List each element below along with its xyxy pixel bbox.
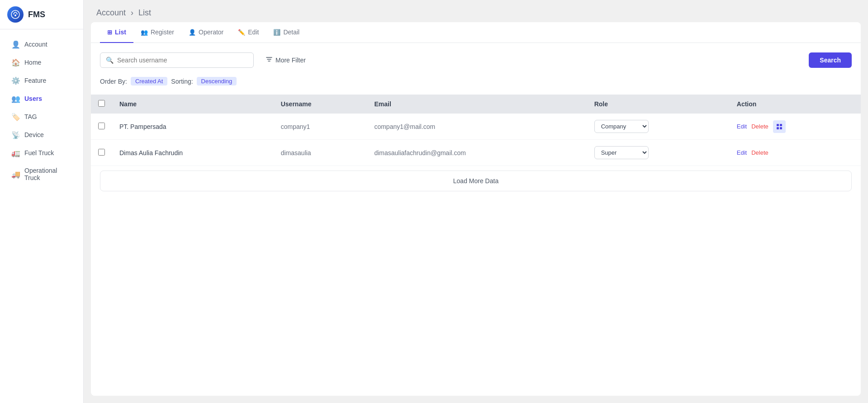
content-card: ⊞ List 👥 Register 👤 Operator ✏️ Edit ℹ️ … — [91, 22, 861, 396]
operator-tab-icon: 👤 — [189, 29, 196, 36]
row1-action: Edit Delete — [730, 114, 861, 140]
tab-register-label: Register — [151, 28, 174, 36]
row2-action-btns: Edit Delete — [737, 149, 854, 156]
tabs-bar: ⊞ List 👥 Register 👤 Operator ✏️ Edit ℹ️ … — [91, 22, 861, 43]
detail-tab-icon: ℹ️ — [273, 29, 280, 36]
sidebar-item-account-label: Account — [24, 41, 47, 48]
row2-role-select[interactable]: Company Super Admin Operator — [594, 146, 649, 159]
more-filter-label: More Filter — [275, 57, 306, 64]
tab-list[interactable]: ⊞ List — [100, 22, 133, 43]
breadcrumb-current: List — [138, 8, 151, 17]
svg-point-1 — [14, 14, 16, 16]
search-button[interactable]: Search — [809, 52, 852, 68]
app-logo[interactable]: FMS — [0, 0, 83, 29]
row1-role: Company Super Admin Operator — [587, 114, 730, 140]
sidebar-item-account[interactable]: 👤 Account — [4, 36, 80, 53]
tab-operator[interactable]: 👤 Operator — [181, 22, 231, 43]
tab-edit-label: Edit — [248, 28, 259, 36]
row2-edit-button[interactable]: Edit — [737, 149, 747, 156]
users-icon: 👥 — [12, 95, 20, 103]
app-name: FMS — [28, 10, 45, 19]
order-by-label: Order By: — [100, 78, 127, 85]
sidebar-item-operational-truck-label: Operational Truck — [24, 167, 71, 181]
table-col-email: Email — [367, 95, 587, 114]
table-col-username: Username — [274, 95, 367, 114]
users-table: Name Username Email Role Action — [91, 95, 861, 166]
sidebar-item-tag-label: TAG — [24, 113, 37, 120]
sidebar-item-device[interactable]: 📡 Device — [4, 126, 80, 143]
order-sorting-row: Order By: Created At Sorting: Descending — [91, 72, 861, 90]
sidebar-item-fuel-truck[interactable]: 🚛 Fuel Truck — [4, 144, 80, 161]
search-icon: 🔍 — [106, 57, 114, 64]
row2-username: dimasaulia — [274, 140, 367, 166]
sorting-value-badge[interactable]: Descending — [197, 77, 237, 85]
search-button-label: Search — [820, 57, 841, 64]
tab-detail-label: Detail — [283, 28, 299, 36]
more-filter-button[interactable]: More Filter — [259, 52, 312, 68]
row1-delete-button[interactable]: Delete — [751, 123, 768, 130]
sidebar: FMS 👤 Account 🏠 Home ⚙️ Feature 👥 Users … — [0, 0, 84, 403]
table-wrapper: Name Username Email Role Action — [91, 90, 861, 171]
svg-rect-2 — [777, 124, 779, 126]
filter-icon — [266, 56, 273, 64]
row1-role-select[interactable]: Company Super Admin Operator — [594, 120, 649, 133]
row2-action: Edit Delete — [730, 140, 861, 166]
breadcrumb-separator: › — [131, 8, 133, 17]
row2-delete-button[interactable]: Delete — [751, 149, 768, 156]
sidebar-item-home[interactable]: 🏠 Home — [4, 54, 80, 71]
sidebar-item-device-label: Device — [24, 131, 44, 138]
fuel-truck-icon: 🚛 — [12, 149, 20, 157]
list-tab-icon: ⊞ — [107, 29, 112, 36]
tag-icon: 🏷️ — [12, 113, 20, 121]
main-content: Account › List ⊞ List 👥 Register 👤 Opera… — [84, 0, 868, 403]
search-input[interactable] — [117, 57, 248, 64]
row1-email: company1@mail.com — [367, 114, 587, 140]
table-col-checkbox — [91, 95, 112, 114]
row1-username: company1 — [274, 114, 367, 140]
sidebar-item-feature-label: Feature — [24, 77, 46, 84]
tab-register[interactable]: 👥 Register — [133, 22, 181, 43]
sidebar-item-users-label: Users — [24, 95, 42, 102]
sidebar-item-tag[interactable]: 🏷️ TAG — [4, 108, 80, 125]
table-body: PT. Pampersada company1 company1@mail.co… — [91, 114, 861, 166]
search-wrapper: 🔍 — [100, 52, 254, 68]
row1-action-btns: Edit Delete — [737, 120, 854, 133]
row2-email: dimasauliafachrudin@gmail.com — [367, 140, 587, 166]
tab-detail[interactable]: ℹ️ Detail — [266, 22, 307, 43]
device-icon: 📡 — [12, 131, 20, 139]
table-row: Dimas Aulia Fachrudin dimasaulia dimasau… — [91, 140, 861, 166]
sidebar-nav: 👤 Account 🏠 Home ⚙️ Feature 👥 Users 🏷️ T… — [0, 29, 83, 403]
filters-row: 🔍 More Filter Search — [91, 43, 861, 72]
select-all-checkbox[interactable] — [98, 100, 105, 107]
row2-checkbox-cell — [91, 140, 112, 166]
svg-rect-4 — [777, 127, 779, 129]
sidebar-item-feature[interactable]: ⚙️ Feature — [4, 72, 80, 89]
breadcrumb-parent: Account — [96, 8, 126, 17]
row2-role: Company Super Admin Operator — [587, 140, 730, 166]
load-more-label: Load More Data — [453, 177, 498, 185]
sorting-label: Sorting: — [171, 78, 193, 85]
sidebar-item-users[interactable]: 👥 Users — [4, 90, 80, 107]
load-more-button[interactable]: Load More Data — [100, 171, 852, 191]
order-value-badge[interactable]: Created At — [131, 77, 167, 85]
tab-operator-label: Operator — [199, 28, 223, 36]
table-col-action: Action — [730, 95, 861, 114]
operational-truck-icon: 🚚 — [12, 170, 20, 178]
svg-rect-5 — [780, 127, 782, 129]
table-header: Name Username Email Role Action — [91, 95, 861, 114]
row1-edit-button[interactable]: Edit — [737, 123, 747, 130]
row1-extra-button[interactable] — [773, 120, 786, 133]
sidebar-item-operational-truck[interactable]: 🚚 Operational Truck — [4, 162, 80, 186]
breadcrumb: Account › List — [84, 0, 868, 22]
tab-edit[interactable]: ✏️ Edit — [231, 22, 266, 43]
row2-checkbox[interactable] — [98, 149, 105, 156]
table-row: PT. Pampersada company1 company1@mail.co… — [91, 114, 861, 140]
table-col-name: Name — [112, 95, 274, 114]
sidebar-item-fuel-truck-label: Fuel Truck — [24, 149, 54, 156]
logo-icon — [7, 6, 24, 23]
account-icon: 👤 — [12, 40, 20, 48]
table-col-role: Role — [587, 95, 730, 114]
sidebar-item-home-label: Home — [24, 59, 41, 66]
row1-checkbox[interactable] — [98, 123, 105, 129]
row2-name: Dimas Aulia Fachrudin — [112, 140, 274, 166]
